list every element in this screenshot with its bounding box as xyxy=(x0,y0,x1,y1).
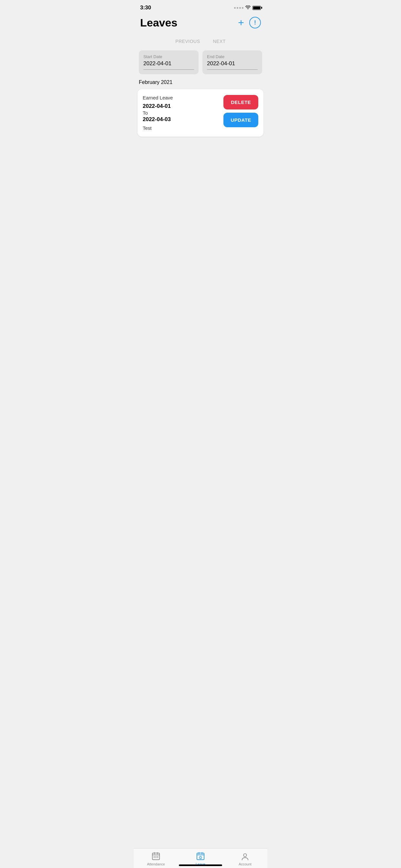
status-bar: 3:30 xyxy=(134,0,267,13)
leave-info: Earned Leave 2022-04-01 To 2022-04-03 Te… xyxy=(143,95,220,131)
update-button[interactable]: UPDATE xyxy=(223,113,258,127)
info-button[interactable]: ! xyxy=(249,17,261,28)
status-icons xyxy=(234,5,261,10)
end-date-value: 2022-04-01 xyxy=(207,60,258,67)
end-date-label: End Date xyxy=(207,54,258,59)
end-date-underline xyxy=(207,69,258,70)
signal-icon xyxy=(234,7,243,9)
header: Leaves + ! xyxy=(134,13,267,34)
info-icon: ! xyxy=(254,20,256,26)
date-nav: PREVIOUS NEXT xyxy=(134,34,267,51)
leave-type: Earned Leave xyxy=(143,95,220,100)
leave-date-to: 2022-04-03 xyxy=(143,116,220,123)
content-area xyxy=(134,142,267,271)
plus-icon: + xyxy=(238,17,244,28)
next-tab[interactable]: NEXT xyxy=(211,37,228,45)
svg-point-0 xyxy=(248,9,248,9)
leave-actions: DELETE UPDATE xyxy=(223,95,258,127)
date-filters: Start Date 2022-04-01 End Date 2022-04-0… xyxy=(134,51,267,78)
previous-tab[interactable]: PREVIOUS xyxy=(173,37,203,45)
start-date-underline xyxy=(143,69,194,70)
start-date-label: Start Date xyxy=(143,54,194,59)
leave-to-label: To xyxy=(143,110,220,116)
wifi-icon xyxy=(245,5,251,10)
start-date-value: 2022-04-01 xyxy=(143,60,194,67)
leave-date-from: 2022-04-01 xyxy=(143,103,220,110)
header-actions: + ! xyxy=(237,16,261,29)
page-title: Leaves xyxy=(140,17,177,29)
battery-icon xyxy=(252,6,261,10)
leave-card: Earned Leave 2022-04-01 To 2022-04-03 Te… xyxy=(137,89,264,136)
leave-note: Test xyxy=(143,125,220,131)
add-leave-button[interactable]: + xyxy=(237,16,245,29)
status-time: 3:30 xyxy=(140,4,151,11)
end-date-field[interactable]: End Date 2022-04-01 xyxy=(203,51,262,74)
delete-button[interactable]: DELETE xyxy=(223,95,258,110)
month-label: February 2021 xyxy=(134,78,267,89)
start-date-field[interactable]: Start Date 2022-04-01 xyxy=(139,51,198,74)
